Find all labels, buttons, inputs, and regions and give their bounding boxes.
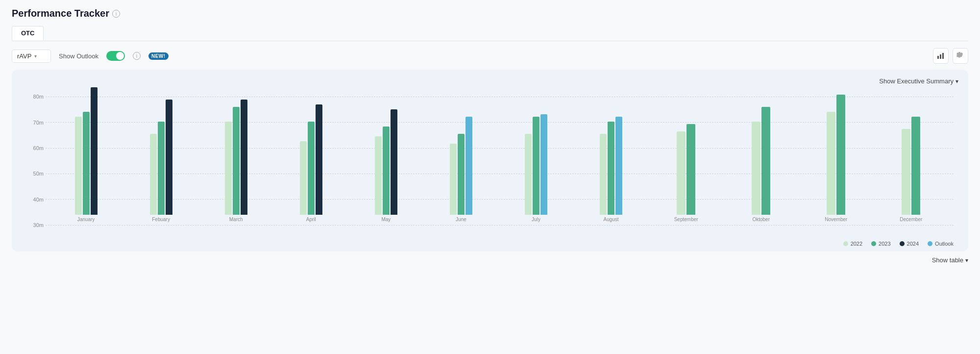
exec-chevron-icon: ▾ bbox=[956, 78, 958, 85]
bars-row bbox=[507, 114, 565, 215]
bar bbox=[225, 122, 232, 215]
legend-label: 2023 bbox=[879, 241, 890, 247]
legend-item: 2023 bbox=[871, 241, 890, 247]
bars-container: JanuaryFebuaryMarchAprilMayJuneJulyAugus… bbox=[49, 89, 949, 222]
show-table-label: Show table bbox=[932, 256, 963, 264]
bar bbox=[600, 134, 607, 215]
bars-row bbox=[357, 109, 416, 215]
settings-icon-button[interactable] bbox=[953, 48, 968, 64]
exec-summary-label: Show Executive Summary bbox=[879, 77, 954, 85]
toggle-knob bbox=[116, 52, 124, 60]
title-info-icon[interactable]: i bbox=[112, 10, 120, 18]
month-group: September bbox=[657, 124, 715, 222]
chart-section: Show Executive Summary ▾ 80m70m60m50m40m… bbox=[12, 70, 968, 252]
bar bbox=[615, 117, 622, 215]
show-outlook-toggle[interactable] bbox=[106, 51, 125, 61]
month-group: January bbox=[57, 87, 116, 222]
chart-area: 80m70m60m50m40m30mJanuaryFebuaryMarchApr… bbox=[26, 89, 954, 236]
month-label: June bbox=[456, 217, 466, 222]
tab-row: OTC bbox=[12, 26, 968, 41]
bar bbox=[533, 117, 539, 215]
bar bbox=[677, 131, 686, 215]
bar bbox=[308, 122, 315, 215]
page-title-row: Performance Tracker i bbox=[12, 8, 968, 19]
month-group: May bbox=[357, 109, 416, 222]
bar bbox=[525, 134, 532, 215]
month-group: Oktober bbox=[732, 107, 790, 222]
bar bbox=[686, 124, 695, 215]
bars-row bbox=[582, 117, 640, 215]
show-outlook-label: Show Outlook bbox=[59, 52, 98, 60]
dropdown-value: rAVP bbox=[17, 52, 31, 60]
bar bbox=[241, 100, 247, 215]
bar bbox=[540, 114, 547, 215]
svg-rect-0 bbox=[937, 56, 939, 59]
bar bbox=[83, 112, 90, 215]
right-controls bbox=[933, 48, 968, 64]
bar bbox=[300, 141, 307, 215]
bar bbox=[375, 136, 382, 215]
month-group: December bbox=[882, 117, 940, 222]
bars-row bbox=[432, 117, 490, 215]
month-group: April bbox=[282, 104, 341, 222]
page-container: Performance Tracker i OTC rAVP ▾ Show Ou… bbox=[0, 0, 980, 272]
legend-label: 2024 bbox=[907, 241, 919, 247]
month-label: July bbox=[532, 217, 540, 222]
exec-summary-row[interactable]: Show Executive Summary ▾ bbox=[22, 77, 958, 85]
month-label: Oktober bbox=[752, 217, 770, 222]
legend-label: Outlook bbox=[935, 241, 954, 247]
bars-row bbox=[807, 95, 865, 215]
controls-row: rAVP ▾ Show Outlook i NEW! bbox=[12, 48, 968, 64]
bar bbox=[91, 87, 98, 215]
bar bbox=[450, 144, 457, 215]
month-group: June bbox=[432, 117, 490, 222]
month-label: January bbox=[77, 217, 95, 222]
bar bbox=[827, 112, 835, 215]
bar bbox=[466, 117, 472, 215]
bar bbox=[752, 122, 760, 215]
svg-rect-1 bbox=[940, 54, 941, 59]
legend-label: 2022 bbox=[851, 241, 862, 247]
outlook-info-icon[interactable]: i bbox=[133, 52, 141, 60]
ravp-dropdown[interactable]: rAVP ▾ bbox=[12, 50, 51, 63]
show-table-chevron-icon: ▾ bbox=[965, 257, 968, 264]
month-label: December bbox=[900, 217, 922, 222]
bar bbox=[458, 134, 465, 215]
chart-icon-button[interactable] bbox=[933, 48, 949, 64]
month-label: May bbox=[381, 217, 391, 222]
bar bbox=[75, 117, 82, 215]
bars-row bbox=[57, 87, 116, 215]
bar bbox=[150, 134, 157, 215]
legend-row: 202220232024Outlook bbox=[22, 241, 958, 247]
month-label: Febuary bbox=[152, 217, 170, 222]
month-label: August bbox=[604, 217, 619, 222]
month-group: July bbox=[507, 114, 565, 222]
bars-row bbox=[657, 124, 715, 215]
chevron-down-icon: ▾ bbox=[34, 53, 37, 59]
bar bbox=[761, 107, 770, 215]
bar bbox=[233, 107, 240, 215]
month-group: March bbox=[207, 100, 266, 222]
show-table-row[interactable]: Show table ▾ bbox=[12, 256, 968, 264]
bar bbox=[391, 109, 397, 215]
legend-item: 2024 bbox=[900, 241, 919, 247]
legend-dot bbox=[928, 241, 932, 246]
month-label: April bbox=[306, 217, 316, 222]
tab-otc[interactable]: OTC bbox=[12, 26, 44, 41]
bar bbox=[166, 100, 172, 215]
svg-rect-2 bbox=[942, 53, 944, 59]
bar bbox=[608, 122, 614, 215]
bar bbox=[911, 117, 920, 215]
bar bbox=[158, 122, 165, 215]
bar bbox=[836, 95, 845, 215]
bar bbox=[902, 129, 910, 215]
page-title: Performance Tracker bbox=[12, 8, 109, 19]
bars-row bbox=[132, 100, 191, 215]
bar bbox=[316, 104, 322, 215]
legend-dot bbox=[900, 241, 905, 246]
month-label: March bbox=[229, 217, 243, 222]
month-group: Febuary bbox=[132, 100, 191, 222]
month-group: November bbox=[807, 95, 865, 222]
legend-dot bbox=[843, 241, 848, 246]
legend-item: Outlook bbox=[928, 241, 954, 247]
